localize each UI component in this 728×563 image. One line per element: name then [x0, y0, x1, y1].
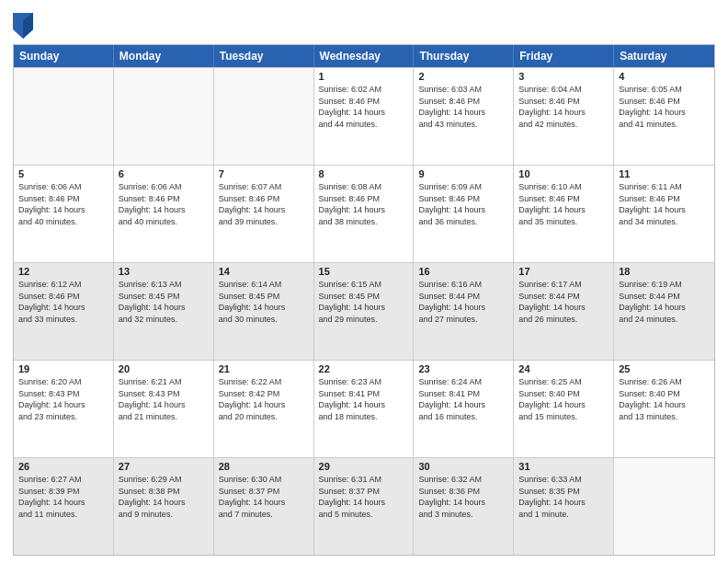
calendar-cell: [614, 458, 714, 555]
calendar-cell: 26Sunrise: 6:27 AM Sunset: 8:39 PM Dayli…: [14, 458, 114, 555]
calendar-header-cell: Friday: [514, 45, 614, 67]
day-number: 28: [219, 461, 309, 472]
day-number: 16: [418, 266, 508, 277]
day-info: Sunrise: 6:07 AM Sunset: 8:46 PM Dayligh…: [219, 181, 309, 227]
day-number: 31: [518, 461, 609, 472]
day-info: Sunrise: 6:14 AM Sunset: 8:45 PM Dayligh…: [219, 279, 309, 325]
day-number: 1: [319, 71, 409, 82]
calendar-week: 26Sunrise: 6:27 AM Sunset: 8:39 PM Dayli…: [14, 457, 714, 555]
calendar-cell: 4Sunrise: 6:05 AM Sunset: 8:46 PM Daylig…: [614, 68, 714, 165]
day-number: 20: [119, 363, 209, 374]
day-number: 29: [319, 461, 409, 472]
calendar-cell: [214, 68, 314, 165]
day-number: 23: [418, 363, 508, 374]
day-number: 27: [119, 461, 209, 472]
page: SundayMondayTuesdayWednesdayThursdayFrid…: [0, 0, 728, 563]
calendar-week: 19Sunrise: 6:20 AM Sunset: 8:43 PM Dayli…: [14, 360, 714, 457]
calendar-cell: 3Sunrise: 6:04 AM Sunset: 8:46 PM Daylig…: [514, 68, 614, 165]
calendar-cell: 5Sunrise: 6:06 AM Sunset: 8:46 PM Daylig…: [14, 166, 114, 262]
calendar-cell: 29Sunrise: 6:31 AM Sunset: 8:37 PM Dayli…: [314, 458, 415, 555]
day-number: 21: [219, 363, 309, 374]
day-info: Sunrise: 6:33 AM Sunset: 8:35 PM Dayligh…: [518, 474, 609, 520]
calendar-cell: 8Sunrise: 6:08 AM Sunset: 8:46 PM Daylig…: [314, 166, 415, 262]
logo: [13, 13, 35, 39]
day-number: 6: [119, 168, 209, 179]
day-number: 3: [518, 71, 609, 82]
calendar-body: 1Sunrise: 6:02 AM Sunset: 8:46 PM Daylig…: [14, 67, 714, 555]
calendar-week: 12Sunrise: 6:12 AM Sunset: 8:46 PM Dayli…: [14, 262, 714, 360]
day-info: Sunrise: 6:13 AM Sunset: 8:45 PM Dayligh…: [119, 279, 209, 325]
day-info: Sunrise: 6:25 AM Sunset: 8:40 PM Dayligh…: [518, 376, 609, 422]
calendar-cell: 13Sunrise: 6:13 AM Sunset: 8:45 PM Dayli…: [114, 263, 214, 360]
calendar-cell: 28Sunrise: 6:30 AM Sunset: 8:37 PM Dayli…: [214, 458, 314, 555]
day-number: 10: [518, 168, 609, 179]
day-number: 19: [18, 363, 108, 374]
day-info: Sunrise: 6:26 AM Sunset: 8:40 PM Dayligh…: [619, 376, 710, 422]
calendar-cell: 19Sunrise: 6:20 AM Sunset: 8:43 PM Dayli…: [14, 361, 114, 457]
calendar-cell: 30Sunrise: 6:32 AM Sunset: 8:36 PM Dayli…: [414, 458, 514, 555]
calendar: SundayMondayTuesdayWednesdayThursdayFrid…: [13, 44, 715, 556]
calendar-cell: 27Sunrise: 6:29 AM Sunset: 8:38 PM Dayli…: [114, 458, 214, 555]
calendar-cell: 20Sunrise: 6:21 AM Sunset: 8:43 PM Dayli…: [114, 361, 214, 457]
calendar-header-cell: Saturday: [614, 45, 714, 67]
day-info: Sunrise: 6:30 AM Sunset: 8:37 PM Dayligh…: [219, 474, 309, 520]
calendar-cell: [14, 68, 114, 165]
day-info: Sunrise: 6:16 AM Sunset: 8:44 PM Dayligh…: [418, 279, 508, 325]
day-number: 14: [219, 266, 309, 277]
day-number: 22: [319, 363, 409, 374]
day-number: 30: [418, 461, 508, 472]
day-info: Sunrise: 6:06 AM Sunset: 8:46 PM Dayligh…: [119, 181, 209, 227]
calendar-header-cell: Monday: [114, 45, 214, 67]
day-info: Sunrise: 6:15 AM Sunset: 8:45 PM Dayligh…: [319, 279, 409, 325]
day-info: Sunrise: 6:04 AM Sunset: 8:46 PM Dayligh…: [518, 84, 609, 130]
day-number: 5: [18, 168, 108, 179]
day-info: Sunrise: 6:05 AM Sunset: 8:46 PM Dayligh…: [619, 84, 710, 130]
header: [13, 9, 715, 39]
day-info: Sunrise: 6:22 AM Sunset: 8:42 PM Dayligh…: [219, 376, 309, 422]
day-number: 2: [418, 71, 508, 82]
calendar-header-cell: Thursday: [414, 45, 514, 67]
calendar-cell: 31Sunrise: 6:33 AM Sunset: 8:35 PM Dayli…: [514, 458, 614, 555]
day-number: 12: [18, 266, 108, 277]
calendar-header-cell: Wednesday: [314, 45, 415, 67]
calendar-cell: 23Sunrise: 6:24 AM Sunset: 8:41 PM Dayli…: [414, 361, 514, 457]
calendar-cell: 22Sunrise: 6:23 AM Sunset: 8:41 PM Dayli…: [314, 361, 415, 457]
day-number: 18: [619, 266, 710, 277]
calendar-cell: 25Sunrise: 6:26 AM Sunset: 8:40 PM Dayli…: [614, 361, 714, 457]
day-info: Sunrise: 6:11 AM Sunset: 8:46 PM Dayligh…: [619, 181, 710, 227]
day-number: 13: [119, 266, 209, 277]
calendar-cell: 15Sunrise: 6:15 AM Sunset: 8:45 PM Dayli…: [314, 263, 415, 360]
day-number: 15: [319, 266, 409, 277]
day-info: Sunrise: 6:29 AM Sunset: 8:38 PM Dayligh…: [119, 474, 209, 520]
calendar-cell: 16Sunrise: 6:16 AM Sunset: 8:44 PM Dayli…: [414, 263, 514, 360]
calendar-cell: 11Sunrise: 6:11 AM Sunset: 8:46 PM Dayli…: [614, 166, 714, 262]
calendar-cell: 9Sunrise: 6:09 AM Sunset: 8:46 PM Daylig…: [414, 166, 514, 262]
day-info: Sunrise: 6:09 AM Sunset: 8:46 PM Dayligh…: [418, 181, 508, 227]
day-info: Sunrise: 6:12 AM Sunset: 8:46 PM Dayligh…: [18, 279, 108, 325]
day-info: Sunrise: 6:19 AM Sunset: 8:44 PM Dayligh…: [619, 279, 710, 325]
calendar-cell: 12Sunrise: 6:12 AM Sunset: 8:46 PM Dayli…: [14, 263, 114, 360]
calendar-cell: 17Sunrise: 6:17 AM Sunset: 8:44 PM Dayli…: [514, 263, 614, 360]
calendar-cell: [114, 68, 214, 165]
day-number: 26: [18, 461, 108, 472]
calendar-cell: 6Sunrise: 6:06 AM Sunset: 8:46 PM Daylig…: [114, 166, 214, 262]
day-info: Sunrise: 6:23 AM Sunset: 8:41 PM Dayligh…: [319, 376, 409, 422]
calendar-week: 5Sunrise: 6:06 AM Sunset: 8:46 PM Daylig…: [14, 165, 714, 262]
calendar-cell: 7Sunrise: 6:07 AM Sunset: 8:46 PM Daylig…: [214, 166, 314, 262]
calendar-cell: 24Sunrise: 6:25 AM Sunset: 8:40 PM Dayli…: [514, 361, 614, 457]
calendar-header-cell: Tuesday: [214, 45, 314, 67]
day-info: Sunrise: 6:32 AM Sunset: 8:36 PM Dayligh…: [418, 474, 508, 520]
day-number: 25: [619, 363, 710, 374]
day-number: 7: [219, 168, 309, 179]
day-info: Sunrise: 6:24 AM Sunset: 8:41 PM Dayligh…: [418, 376, 508, 422]
day-number: 8: [319, 168, 409, 179]
calendar-cell: 1Sunrise: 6:02 AM Sunset: 8:46 PM Daylig…: [314, 68, 415, 165]
day-info: Sunrise: 6:17 AM Sunset: 8:44 PM Dayligh…: [518, 279, 609, 325]
calendar-cell: 21Sunrise: 6:22 AM Sunset: 8:42 PM Dayli…: [214, 361, 314, 457]
day-info: Sunrise: 6:08 AM Sunset: 8:46 PM Dayligh…: [319, 181, 409, 227]
day-info: Sunrise: 6:06 AM Sunset: 8:46 PM Dayligh…: [18, 181, 108, 227]
day-info: Sunrise: 6:02 AM Sunset: 8:46 PM Dayligh…: [319, 84, 409, 130]
logo-icon: [13, 13, 33, 39]
calendar-header-row: SundayMondayTuesdayWednesdayThursdayFrid…: [14, 45, 714, 67]
day-number: 9: [418, 168, 508, 179]
